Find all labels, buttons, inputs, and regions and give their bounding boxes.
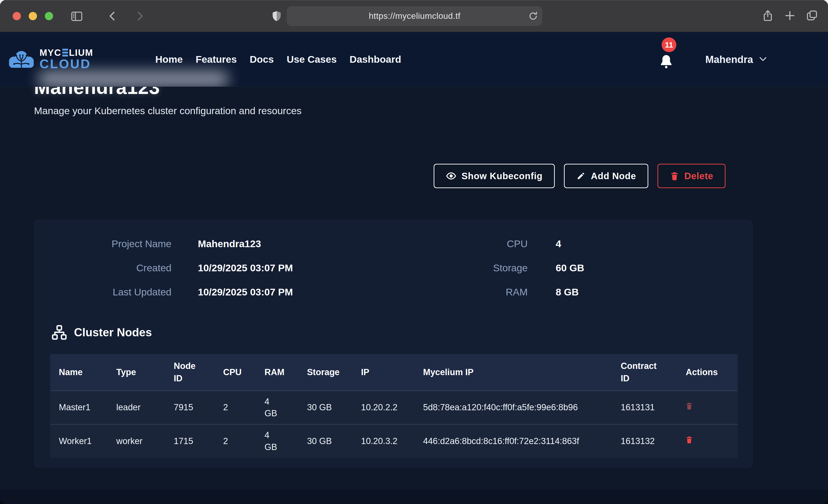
cloud-tree-icon — [7, 49, 36, 70]
toolbar-right — [761, 9, 818, 22]
cell-name: Master1 — [50, 391, 108, 424]
eye-icon — [446, 171, 456, 181]
trash-icon — [670, 171, 679, 181]
col-storage: Storage — [298, 354, 353, 391]
cell-mycelium-ip: 446:d2a6:8bcd:8c16:ff0f:72e2:3114:863f — [415, 424, 612, 458]
cell-ip: 10.20.2.2 — [353, 391, 415, 424]
reload-icon[interactable] — [528, 11, 538, 22]
minimize-window-icon[interactable] — [29, 12, 37, 20]
chevron-down-icon — [759, 56, 767, 62]
share-icon[interactable] — [761, 9, 774, 22]
created-value: 10/29/2025 03:07 PM — [198, 262, 293, 274]
notifications-button[interactable]: 11 — [659, 48, 673, 70]
cell-storage: 30 GB — [298, 391, 353, 424]
page-viewport: Mahendra123 Manage your Kubernetes clust… — [0, 32, 828, 504]
brand-wordmark: MYC LIUM CLOUD — [40, 48, 93, 71]
brand-logo[interactable]: MYC LIUM CLOUD — [7, 48, 93, 71]
delete-node-button[interactable] — [685, 401, 693, 414]
cell-ip: 10.20.3.2 — [353, 424, 415, 458]
cell-cpu: 2 — [215, 424, 256, 458]
bell-icon — [659, 53, 673, 70]
cell-ram: 4 GB — [256, 424, 298, 458]
new-tab-icon[interactable] — [783, 9, 796, 22]
nav-link-docs[interactable]: Docs — [250, 54, 274, 65]
cluster-nodes-header: Cluster Nodes — [51, 325, 152, 340]
project-name-value: Mahendra123 — [198, 238, 261, 250]
trash-icon — [685, 401, 693, 411]
show-kubeconfig-label: Show Kubeconfig — [461, 171, 543, 181]
browser-window: https://myceliumcloud.tf — [0, 0, 828, 504]
table-header-row: Name Type Node ID CPU RAM Storage IP Myc… — [50, 354, 738, 391]
shield-icon[interactable] — [271, 10, 283, 22]
nav-link-dashboard[interactable]: Dashboard — [349, 54, 401, 65]
cell-storage: 30 GB — [298, 424, 353, 458]
ram-value: 8 GB — [556, 286, 579, 298]
cell-type: worker — [108, 424, 165, 458]
col-node-id: Node ID — [165, 354, 215, 391]
cluster-actions: Show Kubeconfig Add Node Delete — [0, 164, 726, 188]
project-name-label: Project Name — [56, 238, 171, 250]
col-cpu: CPU — [215, 354, 256, 391]
scroll-blur-artifact — [38, 71, 229, 87]
col-contract-id: Contract ID — [612, 354, 676, 391]
ram-label: RAM — [413, 286, 528, 298]
col-actions: Actions — [676, 354, 738, 391]
user-name: Mahendra — [705, 54, 753, 65]
cpu-label: CPU — [413, 238, 528, 250]
brand-top-left: MYC — [40, 48, 61, 57]
traffic-lights — [13, 12, 53, 20]
cluster-nodes-title: Cluster Nodes — [74, 326, 152, 339]
delete-label: Delete — [685, 171, 713, 181]
col-mycelium-ip: Mycelium IP — [415, 354, 612, 391]
nav-links: Home Features Docs Use Cases Dashboard — [155, 54, 401, 65]
delete-cluster-button[interactable]: Delete — [658, 164, 726, 188]
nav-right: 11 Mahendra — [659, 48, 767, 70]
pencil-icon — [576, 171, 586, 181]
close-window-icon[interactable] — [13, 12, 21, 20]
cell-contract-id: 1613131 — [612, 391, 676, 424]
nav-link-features[interactable]: Features — [196, 54, 237, 65]
forward-icon[interactable] — [133, 10, 146, 23]
add-node-button[interactable]: Add Node — [564, 164, 648, 188]
cluster-topology-icon — [51, 325, 67, 340]
delete-node-button[interactable] — [685, 435, 693, 448]
cell-node-id: 7915 — [165, 391, 215, 424]
add-node-label: Add Node — [591, 171, 636, 181]
last-updated-label: Last Updated — [56, 286, 171, 298]
user-menu[interactable]: Mahendra — [705, 54, 767, 65]
address-bar[interactable]: https://myceliumcloud.tf — [287, 6, 542, 26]
cell-ram: 4 GB — [256, 391, 298, 424]
nav-link-use-cases[interactable]: Use Cases — [287, 54, 337, 65]
created-label: Created — [56, 262, 171, 274]
col-name: Name — [50, 354, 108, 391]
browser-chrome: https://myceliumcloud.tf — [0, 0, 828, 32]
top-navbar: MYC LIUM CLOUD Home Features Docs Use Ca… — [0, 32, 828, 87]
cell-mycelium-ip: 5d8:78ea:a120:f40c:ff0f:a5fe:99e6:8b96 — [415, 391, 612, 424]
brand-top-right: LIUM — [69, 48, 93, 57]
table-row-master1: Master1 leader 7915 2 4 GB 30 GB 10.20.2… — [50, 391, 738, 424]
url-text: https://myceliumcloud.tf — [369, 11, 460, 21]
col-ram: RAM — [256, 354, 298, 391]
col-type: Type — [108, 354, 165, 391]
table-row-worker1: Worker1 worker 1715 2 4 GB 30 GB 10.20.3… — [50, 424, 738, 458]
back-icon[interactable] — [106, 10, 119, 23]
trash-icon — [685, 435, 693, 445]
brand-e-icon — [62, 49, 68, 56]
cell-name: Worker1 — [50, 424, 108, 458]
tabs-overview-icon[interactable] — [805, 9, 818, 22]
show-kubeconfig-button[interactable]: Show Kubeconfig — [433, 164, 555, 188]
cell-node-id: 1715 — [165, 424, 215, 458]
brand-bottom: CLOUD — [40, 57, 93, 71]
storage-value: 60 GB — [556, 262, 584, 274]
storage-label: Storage — [413, 262, 528, 274]
notification-badge: 11 — [662, 37, 676, 52]
footer-strip — [0, 490, 828, 504]
nav-link-home[interactable]: Home — [155, 54, 183, 65]
cell-cpu: 2 — [215, 391, 256, 424]
cell-contract-id: 1613132 — [612, 424, 676, 458]
last-updated-value: 10/29/2025 03:07 PM — [198, 286, 293, 298]
sidebar-icon[interactable] — [70, 10, 83, 23]
project-info-panel: Project Name Mahendra123 Created 10/29/2… — [34, 220, 753, 467]
zoom-window-icon[interactable] — [45, 12, 53, 20]
cell-type: leader — [108, 391, 165, 424]
